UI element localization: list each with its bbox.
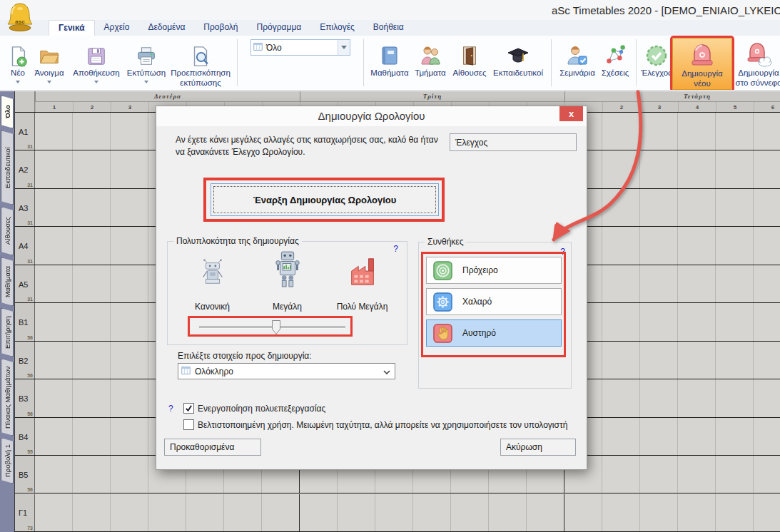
timetable-cell[interactable] [678,342,716,379]
condition-button-πρόχειρο[interactable]: Πρόχειρο [426,257,562,284]
menu-tab-πρόγραμμα[interactable]: Πρόγραμμα [248,20,311,36]
conditions-help-link[interactable]: ? [560,247,565,257]
timetable-cell[interactable] [338,494,375,531]
timetable-cell[interactable] [754,189,780,226]
timetable-cell[interactable] [754,418,780,455]
timetable-cell[interactable] [640,303,678,340]
timetable-cell[interactable] [111,418,148,455]
timetable-cell[interactable] [35,150,73,188]
timetable-cell[interactable] [602,494,640,531]
dropdown-arrow-icon[interactable] [47,81,51,83]
timetable-cell[interactable] [716,150,754,188]
timetable-cell[interactable] [678,265,716,302]
cancel-button[interactable]: Ακύρωση [500,439,576,456]
check-timetable-button[interactable]: Έλεγχος [450,133,577,151]
timetable-cell[interactable] [73,342,111,379]
timetable-cell[interactable] [35,265,73,302]
timetable-cell[interactable] [451,494,489,531]
sidebar-tab-αίθουσες[interactable]: Αίθουσες [1,207,14,255]
timetable-cell[interactable] [602,456,640,493]
menu-tab-γενικά[interactable]: Γενικά [49,20,95,36]
timetable-cell[interactable] [35,494,73,531]
timetable-cell[interactable] [754,494,780,531]
toolbar-button-σχέσεις[interactable]: Σχέσεις [599,38,632,78]
timetable-cell[interactable] [640,113,678,150]
timetable-cell[interactable] [678,303,716,340]
menu-tab-αρχείο[interactable]: Αρχείο [95,20,139,36]
menu-tab-επιλογές[interactable]: Επιλογές [310,20,364,36]
timetable-cell[interactable] [640,418,678,455]
timetable-cell[interactable] [527,494,564,531]
complexity-slider-thumb[interactable] [272,320,280,334]
timetable-cell[interactable] [716,265,754,302]
grid-row-header-b2[interactable]: B256 [15,342,35,379]
timetable-cell[interactable] [716,456,754,493]
timetable-cell[interactable] [35,227,73,264]
timetable-cell[interactable] [754,227,780,264]
timetable-cell[interactable] [111,494,148,531]
timetable-cell[interactable] [564,494,602,531]
menu-tab-βοήθεια[interactable]: Βοήθεια [364,20,413,36]
timetable-cell[interactable] [73,379,111,416]
start-generation-button[interactable]: Έναρξη Δημιουργίας Ωρολογίου [211,183,439,216]
timetable-cell[interactable] [640,342,678,379]
timetable-cell[interactable] [678,227,716,264]
toolbar-button-εκτύπωση[interactable]: Εκτύπωση [124,38,168,83]
timetable-cell[interactable] [640,150,678,188]
timetable-cell[interactable] [602,189,640,226]
timetable-cell[interactable] [716,113,754,150]
timetable-cell[interactable] [602,418,640,455]
toolbar-button-αίθουσες[interactable]: Αίθουσες [450,38,490,78]
timetable-cell[interactable] [413,494,451,531]
timetable-cell[interactable] [148,494,186,531]
timetable-cell[interactable] [640,227,678,264]
timetable-cell[interactable] [640,379,678,416]
sidebar-tab-επιτήρηση[interactable]: Επιτήρηση [1,308,14,357]
dropdown-arrow-icon[interactable] [144,81,148,83]
timetable-cell[interactable] [111,456,148,493]
timetable-cell[interactable] [754,379,780,416]
timetable-cell[interactable] [678,494,716,531]
condition-button-χαλαρό[interactable]: Χαλαρό [426,288,562,315]
condition-button-αυστηρό[interactable]: Αυστηρό [426,319,562,347]
grid-row-header-a4[interactable]: A431 [15,227,35,264]
timetable-cell[interactable] [111,189,148,226]
timetable-cell[interactable] [375,494,413,531]
timetable-cell[interactable] [35,379,73,416]
timetable-cell[interactable] [716,303,754,340]
timetable-cell[interactable] [111,265,148,302]
timetable-cell[interactable] [111,342,148,379]
complexity-option-μεγάλη[interactable] [250,250,325,292]
timetable-cell[interactable] [35,113,73,150]
toolbar-button-έλεγχος[interactable]: Έλεγχος [641,38,672,78]
timetable-cell[interactable] [73,189,111,226]
timetable-cell[interactable] [489,494,527,531]
timetable-cell[interactable] [111,227,148,264]
timetable-cell[interactable] [754,456,780,493]
timetable-cell[interactable] [716,418,754,455]
toolbar-button-προεπισκόπηση-εκτύπωσης[interactable]: Προεπισκόπηση εκτύπωσης [168,38,233,88]
grid-row-header-a2[interactable]: A231 [15,150,35,188]
timetable-cell[interactable] [300,494,338,531]
timetable-cell[interactable] [602,342,640,379]
view-selector-combobox[interactable]: Όλο [250,39,350,56]
combo-dropdown-arrow-icon[interactable] [338,40,350,55]
timetable-cell[interactable] [602,150,640,188]
timetable-cell[interactable] [35,342,73,379]
timetable-cell[interactable] [678,150,716,188]
toolbar-button-εκπαιδευτικοί[interactable]: Εκπαιδευτικοί [490,38,547,78]
complexity-option-πολύ-μεγάλη[interactable] [325,250,400,292]
toolbar-button-δημιουργία-στο-σύννεφο[interactable]: Δημιουργία στο σύννεφο [732,38,780,88]
sidebar-tab-όλο[interactable]: Όλο [1,96,14,128]
toolbar-button-μαθήματα[interactable]: Μαθήματα [368,38,411,78]
timetable-cell[interactable] [262,494,300,531]
timetable-cell[interactable] [602,379,640,416]
multiprocessing-help-link[interactable]: ? [168,404,173,414]
timetable-cell[interactable] [73,303,111,340]
timetable-cell[interactable] [754,113,780,150]
grid-row-header-a3[interactable]: A331 [15,189,35,226]
optimized-usage-checkbox[interactable] [183,419,194,430]
timetable-cell[interactable] [73,265,111,302]
timetable-cell[interactable] [754,303,780,340]
timetable-cell[interactable] [640,265,678,302]
